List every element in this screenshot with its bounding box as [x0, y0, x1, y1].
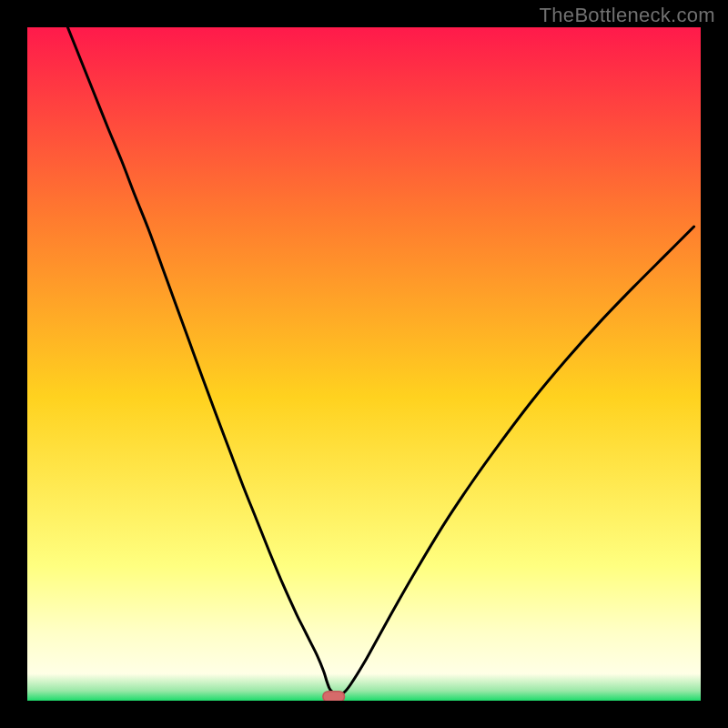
gradient-background — [27, 27, 701, 701]
optimal-point-marker — [323, 692, 345, 701]
bottleneck-chart — [27, 27, 701, 701]
watermark-text: TheBottleneck.com — [540, 4, 715, 27]
chart-frame: TheBottleneck.com — [0, 0, 728, 728]
plot-area — [27, 27, 701, 701]
